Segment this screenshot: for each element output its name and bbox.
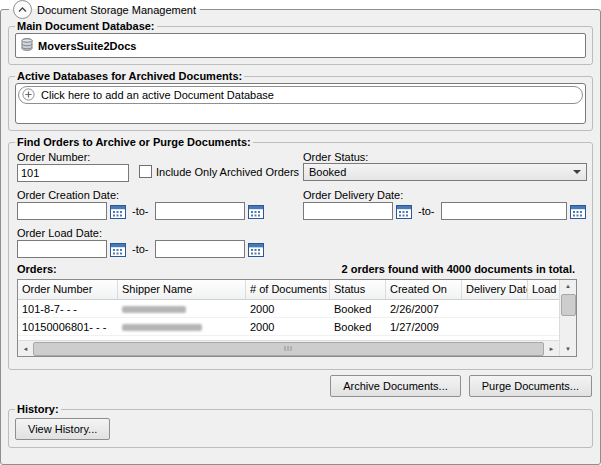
scrollbar-gripper-icon: III [284,345,293,352]
orders-table: Order NumberShipper Name# of DocumentsSt… [17,279,577,357]
calendar-icon [248,204,264,219]
view-history-button[interactable]: View History... [15,418,110,440]
load-date-to-input[interactable] [155,240,245,258]
column-header[interactable]: Delivery Date [462,280,528,299]
orders-label: Orders: [17,263,57,275]
table-cell: 2000 [246,321,330,333]
table-cell: Booked [330,321,386,333]
creation-to-calendar-button[interactable] [247,202,265,220]
main-database-group: Main Document Database: MoversSuite2Docs [8,20,593,65]
load-to-calendar-button[interactable] [247,240,265,258]
database-icon [21,37,33,55]
creation-from-calendar-button[interactable] [109,202,127,220]
delivery-date-label: Order Delivery Date: [303,189,403,201]
table-cell: 1/27/2009 [386,321,462,333]
to-label: -to- [132,243,149,255]
order-number-label: Order Number: [17,151,90,163]
find-orders-label: Find Orders to Archive or Purge Document… [15,136,253,148]
include-archived-checkbox[interactable]: Include Only Archived Orders [139,165,299,178]
delivery-date-from-input[interactable] [303,202,393,220]
archive-documents-button[interactable]: Archive Documents... [330,375,461,397]
creation-date-to-input[interactable] [155,202,245,220]
calendar-icon [570,204,586,219]
load-date-from-input[interactable] [17,240,107,258]
table-cell: 2/26/2007 [386,303,462,315]
calendar-icon [248,242,264,257]
main-database-label: Main Document Database: [15,20,157,32]
column-header[interactable]: Order Number [18,280,118,299]
shipper-name-redacted [118,303,246,315]
chevron-up-icon [18,7,27,13]
column-header[interactable]: Shipper Name [118,280,246,299]
scroll-left-arrow-icon[interactable]: ◄ [18,346,33,352]
column-header[interactable]: # of Documents [246,280,330,299]
table-row[interactable]: 10150006801- - -2000Booked1/27/2009 [18,318,559,336]
scroll-down-arrow-icon[interactable]: ▼ [560,343,576,356]
archived-databases-label: Active Databases for Archived Documents: [15,70,244,82]
creation-date-from-input[interactable] [17,202,107,220]
redacted-text [122,324,202,331]
order-status-value: Booked [309,166,346,178]
delivery-date-to-input[interactable] [441,202,567,220]
checkbox-box-icon [139,165,152,178]
table-cell: 101-8-7- - - [18,303,118,315]
to-label: -to- [132,205,149,217]
table-cell: 2000 [246,303,330,315]
redacted-text [122,306,186,313]
load-from-calendar-button[interactable] [109,240,127,258]
delivery-from-calendar-button[interactable] [395,202,413,220]
document-storage-management-panel: Document Storage Management Main Documen… [0,0,601,465]
horizontal-scrollbar-thumb[interactable]: III [33,342,544,356]
horizontal-scrollbar[interactable]: ◄ III ► [18,340,559,356]
plus-icon [22,88,35,103]
order-status-label: Order Status: [303,151,368,163]
history-group: History: View History... [8,403,593,448]
add-database-prompt: Click here to add an active Document Dat… [41,89,274,101]
to-label: -to- [418,205,435,217]
chevron-down-icon [573,170,581,174]
document-storage-management-window: Document Storage Management Main Documen… [0,0,601,465]
main-database-item[interactable]: MoversSuite2Docs [15,33,586,58]
history-label: History: [15,403,61,415]
vertical-scrollbar[interactable]: ▲ ▼ [559,280,576,356]
column-header[interactable]: Created On [386,280,462,299]
scroll-up-arrow-icon[interactable]: ▲ [560,280,576,293]
archived-databases-group: Active Databases for Archived Documents:… [8,70,593,131]
creation-date-label: Order Creation Date: [17,189,119,201]
order-status-select[interactable]: Booked [303,163,587,181]
purge-documents-button[interactable]: Purge Documents... [469,375,592,397]
orders-summary: 2 orders found with 4000 documents in to… [342,263,575,275]
table-cell: Booked [330,303,386,315]
vertical-scrollbar-thumb[interactable] [561,294,576,316]
panel-title: Document Storage Management [37,4,196,16]
main-database-name: MoversSuite2Docs [38,40,136,52]
table-cell: 10150006801- - - [18,321,118,333]
delivery-to-calendar-button[interactable] [569,202,587,220]
collapse-expander-button[interactable] [13,0,32,19]
add-database-row[interactable]: Click here to add an active Document Dat… [18,86,583,104]
archived-databases-list: Click here to add an active Document Dat… [15,83,586,124]
column-header[interactable]: Status [330,280,386,299]
include-archived-checkbox-label: Include Only Archived Orders [156,166,299,178]
shipper-name-redacted [118,321,246,333]
calendar-icon [110,204,126,219]
table-row[interactable]: 101-8-7- - -2000Booked2/26/2007 [18,300,559,318]
order-number-input[interactable] [17,164,129,182]
load-date-label: Order Load Date: [17,227,102,239]
column-header[interactable]: Load Date [528,280,559,299]
scroll-right-arrow-icon[interactable]: ► [544,346,559,352]
calendar-icon [110,242,126,257]
calendar-icon [396,204,412,219]
find-orders-group: Find Orders to Archive or Purge Document… [8,136,593,370]
